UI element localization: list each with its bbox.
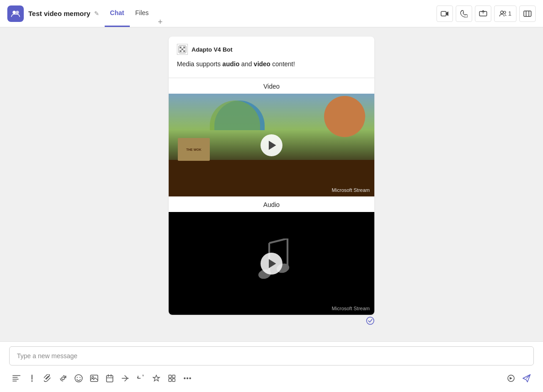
- messages-container[interactable]: Adapto V4 Bot Media supports audio and v…: [0, 27, 543, 341]
- audio-play-button[interactable]: [261, 253, 282, 275]
- participants-count: 1: [508, 10, 511, 17]
- svg-rect-27: [106, 376, 113, 382]
- edit-icon[interactable]: ✎: [94, 10, 99, 17]
- audio-play-triangle-icon: [269, 259, 276, 268]
- card-bold-video: video: [254, 60, 271, 68]
- card-text-prefix: Media supports: [177, 60, 223, 68]
- svg-rect-33: [169, 379, 171, 381]
- svg-point-21: [62, 377, 64, 380]
- card-message-text: Media supports audio and video content!: [177, 60, 366, 68]
- adaptive-card: Adapto V4 Bot Media supports audio and v…: [169, 37, 374, 315]
- svg-rect-6: [524, 11, 531, 16]
- svg-rect-13: [183, 50, 185, 52]
- praise-button[interactable]: [149, 371, 164, 386]
- svg-point-0: [13, 11, 16, 14]
- svg-point-35: [184, 377, 186, 379]
- sent-check: [169, 315, 374, 325]
- video-call-button[interactable]: [437, 5, 453, 22]
- video-play-button[interactable]: [261, 134, 282, 156]
- more-options-button[interactable]: [519, 5, 536, 22]
- svg-rect-10: [180, 47, 181, 48]
- tab-chat[interactable]: Chat: [105, 0, 130, 27]
- schedule-button[interactable]: [102, 371, 117, 386]
- svg-point-5: [503, 11, 506, 13]
- audio-call-button[interactable]: [456, 5, 472, 22]
- loop-send-button[interactable]: [504, 371, 518, 386]
- tab-files[interactable]: Files: [130, 0, 154, 27]
- chat-title: Test video memory: [28, 10, 90, 17]
- top-bar: Test video memory ✎ Chat Files +: [0, 0, 543, 27]
- nav-tabs: Chat Files +: [105, 0, 166, 27]
- bot-name: Adapto V4 Bot: [192, 46, 233, 53]
- svg-rect-14: [181, 48, 183, 50]
- svg-line-15: [269, 238, 287, 243]
- svg-rect-2: [441, 11, 446, 16]
- svg-point-23: [77, 377, 78, 378]
- play-triangle-icon: [269, 141, 276, 150]
- send-button[interactable]: [519, 371, 534, 386]
- svg-point-37: [189, 377, 191, 379]
- sticker-button[interactable]: [87, 371, 101, 386]
- refresh-button[interactable]: [133, 371, 148, 386]
- audio-section-label: Audio: [169, 196, 374, 212]
- svg-point-36: [186, 377, 188, 379]
- more-toolbar-button[interactable]: [180, 371, 195, 386]
- loop-button[interactable]: [56, 371, 70, 386]
- audio-stream-label: Microsoft Stream: [332, 306, 370, 311]
- video-player[interactable]: THE WOK Microsoft Stream: [169, 94, 374, 196]
- card-bold-audio: audio: [223, 60, 240, 68]
- input-area: Type a new message: [0, 341, 543, 392]
- top-actions: 1: [437, 5, 536, 22]
- bot-header: Adapto V4 Bot: [177, 44, 366, 55]
- svg-rect-11: [183, 47, 185, 48]
- attach-button[interactable]: [40, 371, 55, 386]
- video-stream-label: Microsoft Stream: [332, 187, 370, 193]
- actions-button[interactable]: [118, 371, 133, 386]
- audio-player[interactable]: Microsoft Stream: [169, 212, 374, 315]
- svg-rect-32: [172, 375, 175, 378]
- chat-area: Adapto V4 Bot Media supports audio and v…: [0, 27, 543, 392]
- main-area: Adapto V4 Bot Media supports audio and v…: [0, 27, 543, 392]
- urgent-button[interactable]: [25, 371, 39, 386]
- emoji-button[interactable]: [71, 371, 86, 386]
- add-tab-button[interactable]: +: [154, 17, 166, 27]
- svg-rect-31: [169, 375, 171, 378]
- format-button[interactable]: [9, 371, 24, 386]
- sent-icon: [366, 317, 374, 325]
- video-overlay: [169, 94, 374, 196]
- svg-point-20: [367, 317, 374, 324]
- participants-button[interactable]: 1: [494, 5, 516, 22]
- svg-point-24: [80, 377, 80, 378]
- svg-point-4: [500, 11, 503, 14]
- video-section-label: Video: [169, 78, 374, 94]
- svg-rect-25: [90, 375, 98, 381]
- app-icon: [7, 5, 24, 22]
- svg-rect-12: [180, 50, 181, 52]
- share-screen-button[interactable]: [475, 5, 491, 22]
- card-text-mid: and: [240, 60, 254, 68]
- svg-point-26: [92, 376, 94, 378]
- svg-rect-34: [172, 379, 175, 381]
- toolbar-row: [9, 369, 534, 387]
- title-area: Test video memory ✎: [28, 10, 99, 17]
- apps-button[interactable]: [165, 371, 179, 386]
- message-input[interactable]: Type a new message: [9, 346, 534, 366]
- bot-icon: [177, 44, 188, 55]
- card-text-end: content!: [271, 60, 295, 68]
- svg-point-1: [16, 11, 19, 14]
